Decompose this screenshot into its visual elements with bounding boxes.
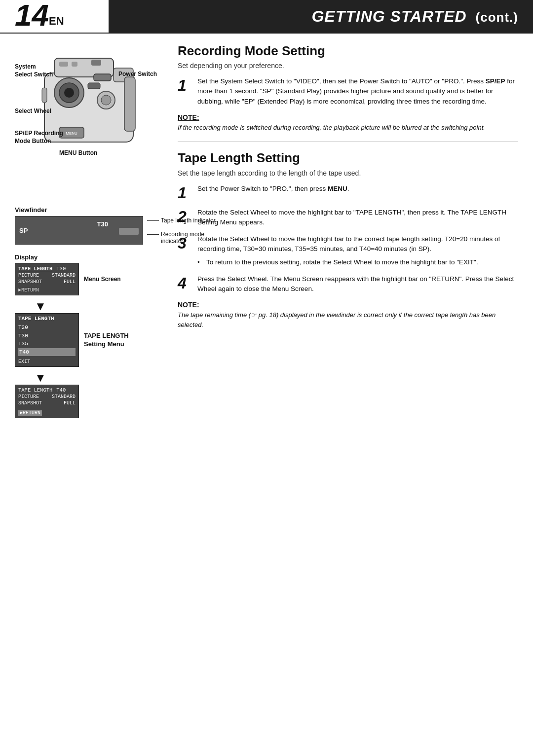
select-wheel-label: Select Wheel [15,108,51,115]
svg-rect-8 [72,62,77,67]
tape-length-heading: Tape Length Setting [178,150,518,166]
bullet-item-exit: • To return to the previous setting, rot… [197,257,518,267]
menu-screen-1: TAPE LENGTHT30 PICTURE STANDARD SNAPSHOT… [15,263,79,295]
recording-mode-section: Recording Mode Setting Set depending on … [178,43,518,132]
svg-text:MENU: MENU [66,131,77,136]
recording-mode-subtitle: Set depending on your preference. [178,62,518,70]
tl-step-number-4: 4 [178,274,191,291]
svg-rect-7 [59,62,68,67]
section-separator [178,141,518,142]
recording-mode-note-text: If the recording mode is switched during… [178,123,518,133]
svg-rect-15 [94,74,111,81]
tape-length-subtitle: Set the tape length according to the len… [178,169,518,177]
right-column: Recording Mode Setting Set depending on … [168,34,533,433]
tape-length-step-1: 1 Set the Power Switch to "PRO.", then p… [178,184,518,201]
sp-ep-button-label: SP/EP Recording Mode Button [15,130,63,145]
vf-right-labels: —— Tape length indicator —— Recording mo… [147,217,216,245]
viewfinder-wrapper: SP T30 —— Tape length indicator —— Recor… [15,216,158,245]
tl-step-text-1: Set the Power Switch to "PRO.", then pre… [197,184,518,194]
main-content: MENU System Select Switch Select Wheel S… [0,34,533,433]
tm-t40: T40 [18,348,76,357]
tape-length-note-text: The tape remaining time (☞ pg. 18) displ… [178,310,518,329]
viewfinder-section: Viewfinder SP T30 —— Tape length indicat… [15,206,158,418]
ms3-row-picture: PICTURE STANDARD [18,394,76,399]
svg-rect-6 [124,77,135,131]
rec-mode-bar [119,228,139,235]
tape-length-note: NOTE: The tape remaining time (☞ pg. 18)… [178,301,518,329]
step-text-1: Set the System Select Switch to "VIDEO",… [197,76,518,107]
tm-exit: EXIT [18,359,76,364]
bullet-dot: • [197,257,203,267]
recording-mode-indicator-label: —— Recording mode indicator [147,231,216,245]
tape-length-step-3: 3 Rotate the Select Wheel to move the hi… [178,234,518,267]
tl-step-text-4: Press the Select Wheel. The Menu Screen … [197,274,518,294]
recording-mode-note: NOTE: If the recording mode is switched … [178,113,518,133]
ms3-row-snapshot: SNAPSHOT FULL [18,400,76,406]
tl-step-number-1: 1 [178,184,191,201]
tape-length-indicator-label: —— Tape length indicator [147,217,216,224]
tape-length-note-label: NOTE: [178,301,518,309]
tape-length-section: Tape Length Setting Set the tape length … [178,150,518,329]
tm-t20: T20 [18,324,76,332]
ms-row-picture: PICTURE STANDARD [18,273,76,278]
camera-diagram: MENU System Select Switch Select Wheel S… [15,43,163,196]
tape-length-step-2: 2 Rotate the Select Wheel to move the hi… [178,208,518,228]
recording-mode-step-1: 1 Set the System Select Switch to "VIDEO… [178,76,518,107]
menu-screen-3-container: TAPE LENGTHT40 PICTURE STANDARD SNAPSHOT… [15,385,158,418]
tape-length-menu-container: TAPE LENGTH T20 T30 T35 T40 EXIT TAPE LE… [15,313,158,367]
page-number: 14 [15,0,49,31]
menu-screen-3: TAPE LENGTHT40 PICTURE STANDARD SNAPSHOT… [15,385,79,418]
svg-rect-16 [88,83,100,89]
ms-row-snapshot: SNAPSHOT FULL [18,279,76,285]
tape-length-menu-label: TAPE LENGTH Setting Menu [84,332,129,349]
vf-sp: SP [19,227,28,234]
menu-screen-1-container: TAPE LENGTHT30 PICTURE STANDARD SNAPSHOT… [15,263,158,295]
arrow-down-1: ▼ [15,300,158,312]
page-number-block: 14 EN [0,0,109,33]
page-title-block: GETTING STARTED (cont.) [109,0,533,33]
recording-mode-note-label: NOTE: [178,113,518,121]
left-column: MENU System Select Switch Select Wheel S… [0,34,168,433]
tm-t30: T30 [18,332,76,340]
tl-step-text-2: Rotate the Select Wheel to move the high… [197,208,518,228]
ms-return-1: ►RETURN [18,288,76,293]
system-select-switch-label: System Select Switch [15,63,53,78]
svg-point-3 [64,88,74,98]
recording-mode-heading: Recording Mode Setting [178,43,518,59]
page-title: GETTING STARTED (cont.) [311,7,518,26]
svg-point-11 [101,95,111,105]
tl-step-text-3: Rotate the Select Wheel to move the high… [197,234,518,267]
page-number-suffix: EN [49,15,64,31]
viewfinder-display: SP T30 [15,216,143,245]
step-number-1: 1 [178,76,191,93]
vf-t30: T30 [97,220,108,228]
viewfinder-label: Viewfinder [15,206,158,214]
display-label: Display [15,253,158,261]
svg-rect-9 [91,60,101,66]
tm-t35: T35 [18,340,76,348]
power-switch-label: Power Switch [118,71,157,78]
arrow-down-2: ▼ [15,372,158,384]
page-header: 14 EN GETTING STARTED (cont.) [0,0,533,34]
menu-button-label: MENU Button [59,149,97,157]
tape-length-step-4: 4 Press the Select Wheel. The Menu Scree… [178,274,518,294]
tm-title: TAPE LENGTH [18,316,76,322]
tape-length-menu: TAPE LENGTH T20 T30 T35 T40 EXIT [15,313,79,367]
menu-screen-1-label: Menu Screen [84,276,121,284]
svg-rect-12 [42,88,47,103]
ms3-return: ►RETURN [18,408,76,416]
